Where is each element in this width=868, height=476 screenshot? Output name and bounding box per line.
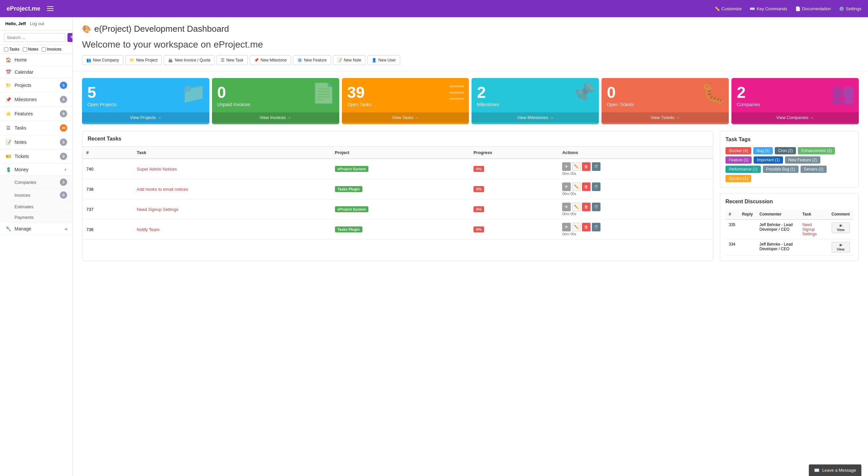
stat-cards: 5 Open Projects 📁 View Projects → 0 Unpa…: [82, 78, 859, 124]
timer-task-button[interactable]: ⏱: [592, 162, 600, 171]
tag-important[interactable]: Important (1): [753, 156, 783, 164]
tag-enhancement[interactable]: Enhancement (2): [798, 147, 835, 154]
progress-badge: 0%: [473, 206, 484, 212]
new-note-button[interactable]: 📝 New Note: [333, 55, 366, 65]
col-id: #: [82, 147, 133, 159]
view-task-button[interactable]: 👁: [562, 223, 571, 231]
task-time: 00m 00s: [562, 212, 709, 216]
disc-id: 335: [725, 220, 739, 239]
disc-col-commenter: Commenter: [756, 209, 799, 220]
sidebar-item-projects[interactable]: 📁 Projects 5: [0, 78, 72, 93]
new-feature-button[interactable]: ⚙️ New Feature: [293, 55, 331, 65]
timer-task-button[interactable]: ⏱: [592, 223, 600, 231]
view-companies-link[interactable]: View Companies →: [732, 113, 859, 123]
delete-task-button[interactable]: 🗑: [582, 223, 591, 231]
tag-new-feature[interactable]: New Feature (2): [785, 156, 820, 164]
sidebar-item-invoices[interactable]: Invoices 0: [9, 189, 72, 202]
tag-possible-bug[interactable]: Possible Bug (1): [763, 166, 799, 173]
view-invoices-link[interactable]: View Invoices →: [212, 113, 339, 123]
sidebar-item-tasks[interactable]: ☰ Tasks 39: [0, 121, 72, 135]
sidebar-item-payments[interactable]: Payments: [9, 212, 72, 223]
invoices-card-icon: 📄: [311, 81, 336, 105]
tag-blocker[interactable]: Blocker (4): [725, 147, 751, 154]
new-task-button[interactable]: ☰ New Task: [217, 55, 248, 65]
project-badge: eProject System: [335, 206, 369, 212]
project-badge: Tasks Plugin: [335, 226, 363, 232]
view-comment-button[interactable]: 👁 View: [832, 222, 850, 233]
documentation-link[interactable]: 📄 Documentation: [795, 6, 831, 11]
new-user-button[interactable]: 👤 New User: [367, 55, 400, 65]
project-badge: Tasks Plugin: [335, 186, 363, 192]
filter-invoices[interactable]: Invoices: [42, 47, 62, 52]
table-row: 736 Notify Team Tasks Plugin 0% 👁 ✏️ 🗑 ⏱: [82, 220, 713, 240]
sidebar-item-tickets[interactable]: 🎫 Tickets 0: [0, 150, 72, 164]
task-link[interactable]: Notify Team: [137, 227, 159, 232]
tag-bug[interactable]: Bug (1): [753, 147, 773, 154]
task-link[interactable]: Need Signup Settings: [137, 207, 179, 212]
delete-task-button[interactable]: 🗑: [582, 183, 591, 191]
view-projects-link[interactable]: View Projects →: [82, 113, 209, 123]
task-id: 737: [82, 199, 133, 220]
timer-task-button[interactable]: ⏱: [592, 203, 600, 211]
view-comment-button[interactable]: 👁 View: [832, 242, 850, 253]
filter-notes[interactable]: Notes: [23, 47, 38, 52]
customize-link[interactable]: ✏️ Customize: [715, 6, 742, 11]
tags-list: Blocker (4) Bug (1) Cron (2) Enhancement…: [725, 147, 853, 182]
leave-message-button[interactable]: ✉️ Leave a Message: [809, 465, 861, 476]
new-company-button[interactable]: 👥 New Company: [82, 55, 123, 65]
edit-task-button[interactable]: ✏️: [572, 183, 581, 191]
delete-task-button[interactable]: 🗑: [582, 203, 591, 211]
sidebar-item-features[interactable]: ⭐ Features 9: [0, 107, 72, 121]
view-task-button[interactable]: 👁: [562, 162, 571, 171]
view-tickets-link[interactable]: View Tickets →: [601, 113, 729, 123]
task-link[interactable]: Super Admin Notices: [137, 167, 177, 171]
tag-feature[interactable]: Feature (1): [725, 156, 752, 164]
sidebar-item-estimates[interactable]: Estimates: [9, 202, 72, 212]
sidebar-item-money[interactable]: 💲 Money ▼: [0, 164, 72, 176]
sidebar-item-home[interactable]: 🏠 Home: [0, 54, 72, 66]
stat-card-milestones: 2 Milestones 📌 View Milestones →: [471, 78, 599, 124]
view-milestones-link[interactable]: View Milestones →: [471, 113, 599, 123]
sidebar-item-companies[interactable]: Companies 2: [9, 176, 72, 189]
view-task-button[interactable]: 👁: [562, 203, 571, 211]
new-invoice-button[interactable]: 🖨️ New Invoice / Quote: [164, 55, 215, 65]
tag-cron[interactable]: Cron (2): [775, 147, 796, 154]
disc-task-link[interactable]: Need Signup Settings: [803, 222, 817, 236]
task-id: 736: [82, 220, 133, 240]
manage-arrow: ◀: [64, 227, 67, 231]
new-project-button[interactable]: 📁 New Project: [125, 55, 162, 65]
key-commands-link[interactable]: ⌨️ Key Commands: [750, 6, 787, 11]
tag-system[interactable]: System (1): [725, 175, 751, 182]
view-tasks-link[interactable]: View Tasks →: [342, 113, 469, 123]
disc-id: 334: [725, 239, 739, 256]
search-input[interactable]: [4, 33, 65, 42]
task-link[interactable]: Add hooks to email notices: [137, 187, 188, 192]
sidebar-item-calendar[interactable]: 📅 Calendar: [0, 66, 72, 78]
edit-task-button[interactable]: ✏️: [572, 162, 581, 171]
delete-task-button[interactable]: 🗑: [582, 162, 591, 171]
search-button[interactable]: 🔍: [67, 33, 73, 42]
tag-servers[interactable]: Servers (1): [801, 166, 827, 173]
table-row: 740 Super Admin Notices eProject System …: [82, 159, 713, 179]
brand-logo[interactable]: eProject.me: [7, 5, 40, 12]
tag-performance[interactable]: Performance (1): [725, 166, 761, 173]
logout-button[interactable]: Log out: [30, 21, 44, 26]
edit-task-button[interactable]: ✏️: [572, 203, 581, 211]
filter-tasks[interactable]: Tasks: [4, 47, 20, 52]
hamburger-menu[interactable]: [47, 6, 54, 11]
milestones-badge: 5: [60, 96, 67, 103]
recent-tasks-header: Recent Tasks: [82, 131, 713, 147]
home-icon: 🏠: [5, 57, 11, 62]
timer-task-button[interactable]: ⏱: [592, 183, 600, 191]
sidebar-item-notes[interactable]: 📝 Notes 5: [0, 135, 72, 150]
edit-task-button[interactable]: ✏️: [572, 223, 581, 231]
disc-col-id: #: [725, 209, 739, 220]
new-milestone-button[interactable]: 📌 New Milestone: [250, 55, 291, 65]
task-tags-header: Task Tags: [725, 136, 853, 142]
settings-link[interactable]: ⚙️ Settings: [839, 6, 861, 11]
sidebar-item-manage[interactable]: 🔧 Manage ◀: [0, 223, 72, 235]
view-task-button[interactable]: 👁: [562, 183, 571, 191]
sidebar-item-milestones[interactable]: 📌 Milestones 5: [0, 93, 72, 107]
recent-tasks-panel: Recent Tasks # Task Project Progress Act…: [82, 131, 713, 261]
leave-message-label: Leave a Message: [822, 468, 856, 473]
